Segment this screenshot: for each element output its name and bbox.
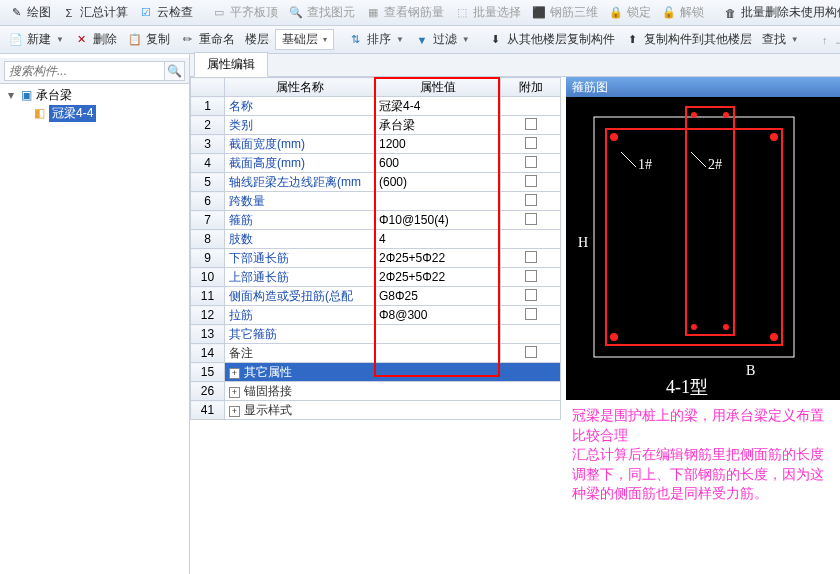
prop-value[interactable]: 600 bbox=[375, 154, 501, 173]
tb-level-board[interactable]: ▭平齐板顶 bbox=[207, 3, 282, 22]
checkbox[interactable] bbox=[525, 118, 537, 130]
prop-extra[interactable] bbox=[501, 154, 561, 173]
svg-rect-0 bbox=[594, 117, 794, 357]
checkbox[interactable] bbox=[525, 194, 537, 206]
tb-delete[interactable]: ✕删除 bbox=[70, 30, 121, 49]
search-icon: 🔍 bbox=[167, 64, 182, 78]
checkbox[interactable] bbox=[525, 175, 537, 187]
checkbox[interactable] bbox=[525, 270, 537, 282]
prop-value[interactable]: 冠梁4-4 bbox=[375, 97, 501, 116]
tb-unlock[interactable]: 🔓解锁 bbox=[657, 3, 708, 22]
checkbox[interactable] bbox=[525, 289, 537, 301]
expand-icon[interactable]: + bbox=[229, 387, 240, 398]
prop-extra[interactable] bbox=[501, 173, 561, 192]
tb-batch-select[interactable]: ⬚批量选择 bbox=[450, 3, 525, 22]
tb-rename[interactable]: ✏重命名 bbox=[176, 30, 239, 49]
prop-value[interactable]: 承台梁 bbox=[375, 116, 501, 135]
prop-row[interactable]: 5 轴线距梁左边线距离(mm (600) bbox=[191, 173, 561, 192]
prop-extra[interactable] bbox=[501, 287, 561, 306]
prop-row[interactable]: 12 拉筋 Φ8@300 bbox=[191, 306, 561, 325]
tab-properties[interactable]: 属性编辑 bbox=[194, 52, 268, 77]
tb-copy-to[interactable]: ⬆复制构件到其他楼层 bbox=[621, 30, 756, 49]
prop-row[interactable]: 3 截面宽度(mm) 1200 bbox=[191, 135, 561, 154]
prop-extra[interactable] bbox=[501, 306, 561, 325]
prop-section[interactable]: 41 +显示样式 bbox=[191, 401, 561, 420]
prop-extra[interactable] bbox=[501, 211, 561, 230]
tb-cloud[interactable]: ☑云检查 bbox=[134, 3, 197, 22]
tb-lock[interactable]: 🔒锁定 bbox=[604, 3, 655, 22]
prop-value[interactable]: G8Φ25 bbox=[375, 287, 501, 306]
tb-floor-select[interactable]: 基础层▾ bbox=[275, 29, 334, 50]
prop-section[interactable]: 26 +锚固搭接 bbox=[191, 382, 561, 401]
checkbox[interactable] bbox=[525, 251, 537, 263]
prop-row[interactable]: 7 箍筋 Φ10@150(4) bbox=[191, 211, 561, 230]
prop-name: 箍筋 bbox=[225, 211, 375, 230]
prop-row[interactable]: 4 截面高度(mm) 600 bbox=[191, 154, 561, 173]
prop-value[interactable]: Φ10@150(4) bbox=[375, 211, 501, 230]
checkbox[interactable] bbox=[525, 156, 537, 168]
prop-value[interactable]: 2Φ25+5Φ22 bbox=[375, 249, 501, 268]
tb-sort[interactable]: ⇅排序▼ bbox=[344, 30, 408, 49]
prop-row[interactable]: 13 其它箍筋 bbox=[191, 325, 561, 344]
tree-child[interactable]: ◧ 冠梁4-4 bbox=[6, 104, 183, 122]
tb-copy[interactable]: 📋复制 bbox=[123, 30, 174, 49]
section-name[interactable]: +其它属性 bbox=[225, 363, 561, 382]
prop-extra[interactable] bbox=[501, 268, 561, 287]
prop-row[interactable]: 1 名称 冠梁4-4 bbox=[191, 97, 561, 116]
prop-row[interactable]: 8 肢数 4 bbox=[191, 230, 561, 249]
tb-view-rebar[interactable]: ▦查看钢筋量 bbox=[361, 3, 448, 22]
prop-extra[interactable] bbox=[501, 325, 561, 344]
row-num: 11 bbox=[191, 287, 225, 306]
checkbox[interactable] bbox=[525, 346, 537, 358]
prop-extra[interactable] bbox=[501, 97, 561, 116]
tb-find[interactable]: 查找▼ bbox=[758, 30, 803, 49]
prop-extra[interactable] bbox=[501, 344, 561, 363]
tab-row: 属性编辑 bbox=[190, 54, 840, 76]
svg-point-7 bbox=[691, 112, 697, 118]
prop-value[interactable] bbox=[375, 344, 501, 363]
prop-row[interactable]: 6 跨数量 bbox=[191, 192, 561, 211]
prop-value[interactable]: 2Φ25+5Φ22 bbox=[375, 268, 501, 287]
prop-value[interactable] bbox=[375, 192, 501, 211]
prop-row[interactable]: 10 上部通长筋 2Φ25+5Φ22 bbox=[191, 268, 561, 287]
note-line-2: 汇总计算后在编辑钢筋里把侧面筋的长度调整下，同上、下部钢筋的长度，因为这种梁的侧… bbox=[572, 445, 834, 504]
expand-icon[interactable]: + bbox=[229, 406, 240, 417]
prop-name: 肢数 bbox=[225, 230, 375, 249]
prop-value[interactable]: 4 bbox=[375, 230, 501, 249]
tb-rebar-3d[interactable]: ⬛钢筋三维 bbox=[527, 3, 602, 22]
prop-row[interactable]: 11 侧面构造或受扭筋(总配 G8Φ25 bbox=[191, 287, 561, 306]
checkbox[interactable] bbox=[525, 308, 537, 320]
checkbox[interactable] bbox=[525, 137, 537, 149]
prop-extra[interactable] bbox=[501, 249, 561, 268]
tb-copy-from[interactable]: ⬇从其他楼层复制构件 bbox=[484, 30, 619, 49]
board-icon: ▭ bbox=[211, 5, 227, 21]
tb-paint[interactable]: ✎绘图 bbox=[4, 3, 55, 22]
prop-row[interactable]: 2 类别 承台梁 bbox=[191, 116, 561, 135]
prop-row[interactable]: 14 备注 bbox=[191, 344, 561, 363]
tb-batch-del[interactable]: 🗑批量删除未使用构件 bbox=[718, 3, 840, 22]
search-input[interactable] bbox=[4, 61, 165, 81]
prop-extra[interactable] bbox=[501, 116, 561, 135]
tb-find-elem[interactable]: 🔍查找图元 bbox=[284, 3, 359, 22]
prop-value[interactable] bbox=[375, 325, 501, 344]
search-button[interactable]: 🔍 bbox=[165, 61, 185, 81]
tb-sum[interactable]: Σ汇总计算 bbox=[57, 3, 132, 22]
tb-new[interactable]: 📄新建▼ bbox=[4, 30, 68, 49]
prop-value[interactable]: Φ8@300 bbox=[375, 306, 501, 325]
prop-extra[interactable] bbox=[501, 192, 561, 211]
prop-extra[interactable] bbox=[501, 230, 561, 249]
sigma-icon: Σ bbox=[61, 5, 77, 21]
checkbox[interactable] bbox=[525, 213, 537, 225]
collapse-icon[interactable]: ▾ bbox=[6, 88, 16, 102]
tb-upload[interactable]: ↑上移 bbox=[813, 30, 840, 49]
prop-row[interactable]: 9 下部通长筋 2Φ25+5Φ22 bbox=[191, 249, 561, 268]
prop-value[interactable]: (600) bbox=[375, 173, 501, 192]
prop-value[interactable]: 1200 bbox=[375, 135, 501, 154]
section-name[interactable]: +锚固搭接 bbox=[225, 382, 561, 401]
tb-filter[interactable]: ▼过滤▼ bbox=[410, 30, 474, 49]
prop-extra[interactable] bbox=[501, 135, 561, 154]
section-name[interactable]: +显示样式 bbox=[225, 401, 561, 420]
tree-root[interactable]: ▾ ▣ 承台梁 bbox=[6, 86, 183, 104]
prop-section[interactable]: 15 +其它属性 bbox=[191, 363, 561, 382]
expand-icon[interactable]: + bbox=[229, 368, 240, 379]
